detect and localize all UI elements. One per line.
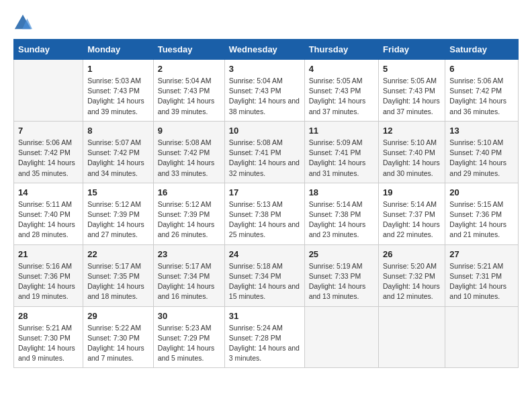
week-row-5: 28Sunrise: 5:21 AMSunset: 7:30 PMDayligh…	[14, 306, 519, 368]
logo-icon	[13, 13, 32, 32]
day-cell: 28Sunrise: 5:21 AMSunset: 7:30 PMDayligh…	[14, 306, 83, 368]
week-row-3: 14Sunrise: 5:11 AMSunset: 7:40 PMDayligh…	[14, 183, 519, 244]
day-number: 6	[449, 64, 514, 74]
day-info: Sunrise: 5:09 AMSunset: 7:41 PMDaylight:…	[309, 138, 374, 179]
day-cell: 24Sunrise: 5:18 AMSunset: 7:34 PMDayligh…	[224, 244, 304, 306]
column-header-monday: Monday	[83, 40, 154, 60]
day-number: 2	[158, 64, 220, 74]
column-header-friday: Friday	[379, 40, 445, 60]
day-info: Sunrise: 5:10 AMSunset: 7:40 PMDaylight:…	[449, 138, 514, 179]
week-row-4: 21Sunrise: 5:16 AMSunset: 7:36 PMDayligh…	[14, 244, 519, 306]
day-info: Sunrise: 5:06 AMSunset: 7:42 PMDaylight:…	[449, 76, 514, 117]
day-cell: 7Sunrise: 5:06 AMSunset: 7:42 PMDaylight…	[14, 121, 83, 183]
day-info: Sunrise: 5:14 AMSunset: 7:38 PMDaylight:…	[309, 199, 374, 240]
header-row: SundayMondayTuesdayWednesdayThursdayFrid…	[14, 40, 519, 60]
day-cell	[304, 306, 378, 368]
day-number: 24	[229, 249, 300, 259]
day-info: Sunrise: 5:12 AMSunset: 7:39 PMDaylight:…	[87, 199, 149, 240]
day-cell: 16Sunrise: 5:12 AMSunset: 7:39 PMDayligh…	[153, 183, 224, 244]
day-cell: 11Sunrise: 5:09 AMSunset: 7:41 PMDayligh…	[304, 121, 378, 183]
day-number: 18	[309, 187, 374, 197]
day-info: Sunrise: 5:15 AMSunset: 7:36 PMDaylight:…	[449, 199, 514, 240]
day-number: 14	[18, 187, 79, 197]
day-info: Sunrise: 5:08 AMSunset: 7:41 PMDaylight:…	[229, 138, 300, 179]
column-header-tuesday: Tuesday	[153, 40, 224, 60]
day-info: Sunrise: 5:06 AMSunset: 7:42 PMDaylight:…	[18, 138, 79, 179]
day-cell: 25Sunrise: 5:19 AMSunset: 7:33 PMDayligh…	[304, 244, 378, 306]
day-info: Sunrise: 5:20 AMSunset: 7:32 PMDaylight:…	[383, 261, 441, 302]
day-info: Sunrise: 5:24 AMSunset: 7:28 PMDaylight:…	[229, 323, 300, 364]
day-number: 8	[87, 126, 149, 136]
day-cell	[14, 60, 83, 122]
day-info: Sunrise: 5:08 AMSunset: 7:42 PMDaylight:…	[158, 138, 220, 179]
day-cell: 27Sunrise: 5:21 AMSunset: 7:31 PMDayligh…	[445, 244, 519, 306]
day-number: 4	[309, 64, 374, 74]
day-cell: 10Sunrise: 5:08 AMSunset: 7:41 PMDayligh…	[224, 121, 304, 183]
day-number: 27	[449, 249, 514, 259]
day-cell: 4Sunrise: 5:05 AMSunset: 7:43 PMDaylight…	[304, 60, 378, 122]
day-info: Sunrise: 5:04 AMSunset: 7:43 PMDaylight:…	[229, 76, 300, 117]
day-number: 15	[87, 187, 149, 197]
week-row-2: 7Sunrise: 5:06 AMSunset: 7:42 PMDaylight…	[14, 121, 519, 183]
day-cell: 2Sunrise: 5:04 AMSunset: 7:43 PMDaylight…	[153, 60, 224, 122]
day-cell: 15Sunrise: 5:12 AMSunset: 7:39 PMDayligh…	[83, 183, 154, 244]
day-cell: 9Sunrise: 5:08 AMSunset: 7:42 PMDaylight…	[153, 121, 224, 183]
column-header-saturday: Saturday	[445, 40, 519, 60]
day-info: Sunrise: 5:21 AMSunset: 7:31 PMDaylight:…	[449, 261, 514, 302]
day-number: 7	[18, 126, 79, 136]
day-cell: 5Sunrise: 5:05 AMSunset: 7:43 PMDaylight…	[379, 60, 445, 122]
day-number: 26	[383, 249, 441, 259]
day-info: Sunrise: 5:17 AMSunset: 7:34 PMDaylight:…	[158, 261, 220, 302]
day-number: 28	[18, 311, 79, 321]
day-cell: 17Sunrise: 5:13 AMSunset: 7:38 PMDayligh…	[224, 183, 304, 244]
calendar-table: SundayMondayTuesdayWednesdayThursdayFrid…	[13, 39, 519, 368]
day-cell: 12Sunrise: 5:10 AMSunset: 7:40 PMDayligh…	[379, 121, 445, 183]
day-cell: 31Sunrise: 5:24 AMSunset: 7:28 PMDayligh…	[224, 306, 304, 368]
column-header-wednesday: Wednesday	[224, 40, 304, 60]
day-number: 5	[383, 64, 441, 74]
day-info: Sunrise: 5:21 AMSunset: 7:30 PMDaylight:…	[18, 323, 79, 364]
day-info: Sunrise: 5:16 AMSunset: 7:36 PMDaylight:…	[18, 261, 79, 302]
day-number: 21	[18, 249, 79, 259]
day-number: 25	[309, 249, 374, 259]
day-info: Sunrise: 5:17 AMSunset: 7:35 PMDaylight:…	[87, 261, 149, 302]
day-cell: 19Sunrise: 5:14 AMSunset: 7:37 PMDayligh…	[379, 183, 445, 244]
day-info: Sunrise: 5:13 AMSunset: 7:38 PMDaylight:…	[229, 199, 300, 240]
day-number: 22	[87, 249, 149, 259]
day-info: Sunrise: 5:04 AMSunset: 7:43 PMDaylight:…	[158, 76, 220, 117]
day-info: Sunrise: 5:05 AMSunset: 7:43 PMDaylight:…	[309, 76, 374, 117]
day-cell: 18Sunrise: 5:14 AMSunset: 7:38 PMDayligh…	[304, 183, 378, 244]
day-cell: 21Sunrise: 5:16 AMSunset: 7:36 PMDayligh…	[14, 244, 83, 306]
day-number: 3	[229, 64, 300, 74]
day-cell: 1Sunrise: 5:03 AMSunset: 7:43 PMDaylight…	[83, 60, 154, 122]
day-number: 17	[229, 187, 300, 197]
day-cell: 14Sunrise: 5:11 AMSunset: 7:40 PMDayligh…	[14, 183, 83, 244]
day-number: 20	[449, 187, 514, 197]
day-number: 9	[158, 126, 220, 136]
column-header-sunday: Sunday	[14, 40, 83, 60]
day-cell: 22Sunrise: 5:17 AMSunset: 7:35 PMDayligh…	[83, 244, 154, 306]
day-number: 23	[158, 249, 220, 259]
page-header	[13, 13, 519, 32]
day-cell: 29Sunrise: 5:22 AMSunset: 7:30 PMDayligh…	[83, 306, 154, 368]
day-info: Sunrise: 5:23 AMSunset: 7:29 PMDaylight:…	[158, 323, 220, 364]
day-info: Sunrise: 5:03 AMSunset: 7:43 PMDaylight:…	[87, 76, 149, 117]
day-number: 19	[383, 187, 441, 197]
day-cell: 13Sunrise: 5:10 AMSunset: 7:40 PMDayligh…	[445, 121, 519, 183]
day-number: 11	[309, 126, 374, 136]
day-number: 16	[158, 187, 220, 197]
day-info: Sunrise: 5:22 AMSunset: 7:30 PMDaylight:…	[87, 323, 149, 364]
day-cell: 20Sunrise: 5:15 AMSunset: 7:36 PMDayligh…	[445, 183, 519, 244]
day-cell: 30Sunrise: 5:23 AMSunset: 7:29 PMDayligh…	[153, 306, 224, 368]
week-row-1: 1Sunrise: 5:03 AMSunset: 7:43 PMDaylight…	[14, 60, 519, 122]
logo	[13, 13, 35, 32]
day-number: 31	[229, 311, 300, 321]
day-number: 10	[229, 126, 300, 136]
day-number: 1	[87, 64, 149, 74]
day-number: 29	[87, 311, 149, 321]
day-info: Sunrise: 5:10 AMSunset: 7:40 PMDaylight:…	[383, 138, 441, 179]
column-header-thursday: Thursday	[304, 40, 378, 60]
day-number: 30	[158, 311, 220, 321]
day-number: 12	[383, 126, 441, 136]
day-cell	[379, 306, 445, 368]
